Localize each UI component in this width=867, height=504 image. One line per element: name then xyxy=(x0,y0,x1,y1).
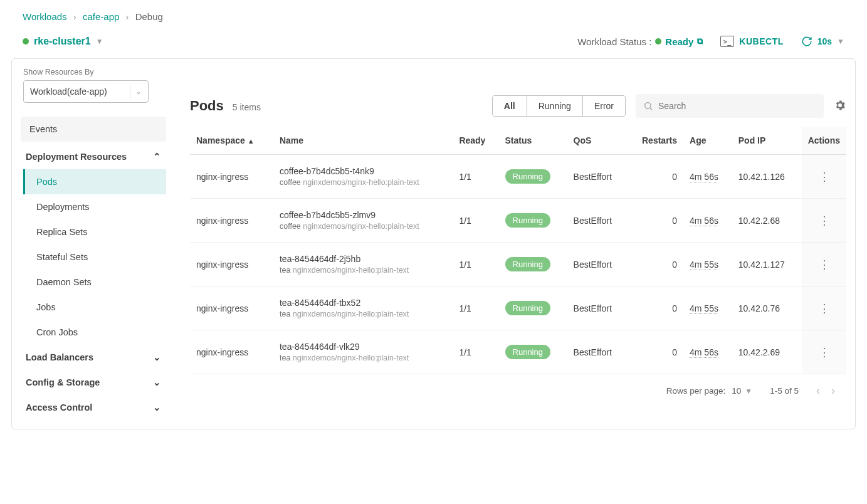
cell-namespace: nginx-ingress xyxy=(190,155,273,199)
search-box[interactable] xyxy=(636,94,824,118)
sort-asc-icon: ▲ xyxy=(248,137,255,145)
status-badge: Running xyxy=(505,169,550,184)
svg-point-0 xyxy=(645,103,651,108)
sidebar-item-replica-sets[interactable]: Replica Sets xyxy=(23,219,166,244)
row-actions-button[interactable]: ⋮ xyxy=(819,214,829,227)
cell-restarts: 0 xyxy=(627,155,683,199)
cluster-selector[interactable]: rke-cluster1 ▼ xyxy=(23,36,103,47)
sidebar-item-daemon-sets[interactable]: Daemon Sets xyxy=(23,270,166,295)
sidebar-section-config-storage[interactable]: Config & Storage ⌄ xyxy=(23,370,166,395)
col-pod-ip[interactable]: Pod IP xyxy=(732,127,802,155)
item-count: 5 items xyxy=(233,102,261,112)
sidebar-section-load-balancers[interactable]: Load Balancers ⌄ xyxy=(23,345,166,370)
cell-pod-ip: 10.42.1.126 xyxy=(732,155,802,199)
status-badge: Running xyxy=(505,301,550,315)
filter-all-button[interactable]: All xyxy=(493,96,527,116)
status-badge: Running xyxy=(505,213,550,228)
row-actions-button[interactable]: ⋮ xyxy=(819,258,829,271)
external-link-icon: ⧉ xyxy=(697,36,703,46)
cell-status: Running xyxy=(499,155,567,199)
cell-qos: BestEffort xyxy=(567,286,628,330)
pods-table: Namespace▲ Name Ready Status QoS Restart… xyxy=(190,127,846,374)
table-row[interactable]: nginx-ingresstea-8454464df-tbx52tea ngin… xyxy=(190,286,846,330)
cell-actions: ⋮ xyxy=(802,155,846,199)
workload-status-link[interactable]: Ready ⧉ xyxy=(655,36,703,47)
cell-status: Running xyxy=(499,286,567,330)
cell-age: 4m 55s xyxy=(683,286,732,330)
cell-age: 4m 56s xyxy=(683,199,732,243)
row-actions-button[interactable]: ⋮ xyxy=(819,302,829,315)
breadcrumb-app[interactable]: cafe-app xyxy=(83,11,119,22)
cell-actions: ⋮ xyxy=(802,330,846,374)
col-restarts[interactable]: Restarts xyxy=(627,127,683,155)
cell-name: tea-8454464df-2j5hbtea nginxdemos/nginx-… xyxy=(273,243,453,286)
cell-actions: ⋮ xyxy=(802,199,846,243)
row-actions-button[interactable]: ⋮ xyxy=(819,346,829,359)
rows-per-page-value: 10 xyxy=(732,386,741,396)
col-ready[interactable]: Ready xyxy=(453,127,498,155)
next-page-button[interactable]: › xyxy=(831,384,835,397)
sidebar-section-deployment-resources[interactable]: Deployment Resources ⌃ xyxy=(23,144,166,169)
sidebar-item-pods[interactable]: Pods xyxy=(23,169,166,194)
search-input[interactable] xyxy=(658,101,816,111)
col-namespace[interactable]: Namespace▲ xyxy=(190,127,273,155)
status-filter-group: All Running Error xyxy=(492,95,626,117)
table-row[interactable]: nginx-ingresstea-8454464df-vlk29tea ngin… xyxy=(190,330,846,374)
cell-restarts: 0 xyxy=(627,243,683,286)
filter-error-button[interactable]: Error xyxy=(583,96,625,116)
sidebar-section-access-control[interactable]: Access Control ⌄ xyxy=(23,395,166,420)
chevron-down-icon: ⌄ xyxy=(153,377,161,387)
refresh-interval[interactable]: 10s ▼ xyxy=(801,36,844,47)
col-qos[interactable]: QoS xyxy=(567,127,628,155)
cell-ready: 1/1 xyxy=(453,199,498,243)
cell-status: Running xyxy=(499,330,567,374)
row-actions-button[interactable]: ⋮ xyxy=(819,171,829,183)
col-name[interactable]: Name xyxy=(273,127,453,155)
kubectl-label: KUBECTL xyxy=(739,36,783,46)
breadcrumb: Workloads › cafe-app › Debug xyxy=(0,0,867,29)
sidebar-section-label: Load Balancers xyxy=(26,352,93,362)
cell-restarts: 0 xyxy=(627,286,683,330)
settings-button[interactable] xyxy=(834,99,846,113)
cell-age: 4m 56s xyxy=(683,155,732,199)
status-badge: Running xyxy=(505,257,550,271)
rows-per-page-label: Rows per page: xyxy=(666,386,726,396)
resource-filter-value: Workload(cafe-app) xyxy=(30,87,107,97)
col-age[interactable]: Age xyxy=(683,127,732,155)
cell-ready: 1/1 xyxy=(453,243,498,286)
resource-filter-select[interactable]: Workload(cafe-app) ⌄ xyxy=(23,80,149,103)
cell-namespace: nginx-ingress xyxy=(190,286,273,330)
cell-ready: 1/1 xyxy=(453,330,498,374)
sidebar-item-cron-jobs[interactable]: Cron Jobs xyxy=(23,320,166,345)
table-row[interactable]: nginx-ingresscoffee-b7b4dc5b5-zlmv9coffe… xyxy=(190,199,846,243)
filter-running-button[interactable]: Running xyxy=(527,96,583,116)
cell-age: 4m 56s xyxy=(683,330,732,374)
cell-qos: BestEffort xyxy=(567,243,628,286)
chevron-up-icon: ⌃ xyxy=(153,152,161,162)
sidebar-item-stateful-sets[interactable]: Stateful Sets xyxy=(23,244,166,270)
col-status[interactable]: Status xyxy=(499,127,567,155)
chevron-down-icon: ▼ xyxy=(745,387,752,396)
cell-namespace: nginx-ingress xyxy=(190,243,273,286)
rows-per-page-select[interactable]: 10 ▼ xyxy=(732,386,752,396)
chevron-right-icon: › xyxy=(73,11,76,22)
breadcrumb-workloads[interactable]: Workloads xyxy=(23,11,67,22)
workload-status-value: Ready xyxy=(665,36,693,47)
sidebar-section-label: Config & Storage xyxy=(26,377,100,387)
sidebar-item-events[interactable]: Events xyxy=(21,117,166,142)
table-row[interactable]: nginx-ingresscoffee-b7b4dc5b5-t4nk9coffe… xyxy=(190,155,846,199)
prev-page-button[interactable]: ‹ xyxy=(816,384,820,397)
cell-pod-ip: 10.42.1.127 xyxy=(732,243,802,286)
col-actions: Actions xyxy=(802,127,846,155)
sidebar-item-deployments[interactable]: Deployments xyxy=(23,194,166,219)
cell-name: coffee-b7b4dc5b5-t4nk9coffee nginxdemos/… xyxy=(273,155,453,199)
sidebar-item-jobs[interactable]: Jobs xyxy=(23,295,166,320)
cell-qos: BestEffort xyxy=(567,155,628,199)
pagination-range: 1-5 of 5 xyxy=(770,386,799,396)
table-row[interactable]: nginx-ingresstea-8454464df-2j5hbtea ngin… xyxy=(190,243,846,286)
cell-name: coffee-b7b4dc5b5-zlmv9coffee nginxdemos/… xyxy=(273,199,453,243)
page-title: Pods xyxy=(190,98,224,114)
kubectl-button[interactable]: >_ KUBECTL xyxy=(720,36,783,47)
pagination: Rows per page: 10 ▼ 1-5 of 5 ‹ › xyxy=(190,374,846,409)
cell-actions: ⋮ xyxy=(802,286,846,330)
